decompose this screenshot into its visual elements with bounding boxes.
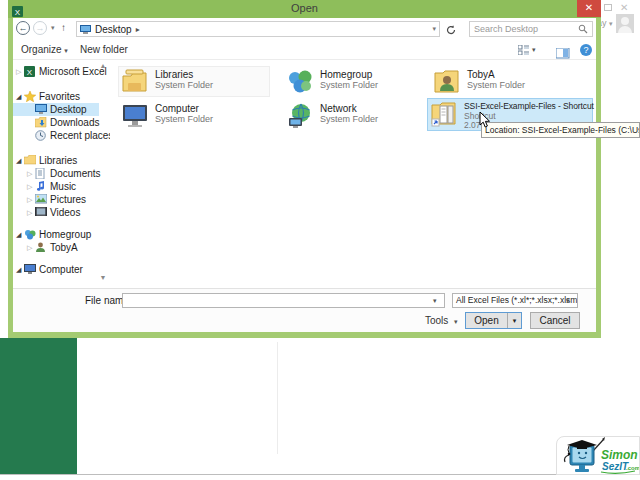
open-split-caret-icon[interactable]: ▾ <box>507 313 521 328</box>
video-icon <box>35 207 47 218</box>
sidebar-item-microsoft-excel[interactable]: ▷ X Microsoft Excel <box>13 65 99 78</box>
new-folder-button[interactable]: New folder <box>80 44 128 55</box>
sidebar-item-recent-places[interactable]: Recent places <box>13 129 99 142</box>
expander-expanded-icon[interactable]: ◢ <box>16 157 24 165</box>
backstage-sidebar-panel <box>0 338 77 474</box>
expander-expanded-icon[interactable]: ◢ <box>16 93 24 101</box>
file-name-dropdown-icon[interactable]: ▾ <box>433 297 437 305</box>
close-icon[interactable]: ✕ <box>620 4 628 11</box>
screen: { "window": { "title": "Open" }, "backgr… <box>0 0 640 480</box>
expander-collapsed-icon[interactable]: ▷ <box>16 68 24 76</box>
star-icon <box>24 91 36 102</box>
scroll-down-icon[interactable]: ▼ <box>98 274 108 281</box>
expander-expanded-icon[interactable]: ◢ <box>16 231 24 239</box>
breadcrumb-chevron-icon[interactable]: ▸ <box>136 25 140 34</box>
sidebar-item-label: Documents <box>50 168 101 179</box>
file-item-tobya[interactable]: TobyA System Folder <box>430 66 582 97</box>
sidebar-item-favorites[interactable]: ◢ Favorites <box>13 90 99 103</box>
folder-icon <box>24 155 36 166</box>
sidebar-item-music[interactable]: ▷ Music <box>13 180 99 193</box>
picture-icon <box>35 194 47 205</box>
search-input[interactable]: Search Desktop <box>469 21 593 37</box>
file-type: System Folder <box>155 80 213 90</box>
file-type: System Folder <box>320 80 378 90</box>
tools-caret-icon: ▾ <box>454 318 458 325</box>
file-type-dropdown-icon[interactable]: ▾ <box>566 297 570 305</box>
computer-large-icon <box>122 103 149 129</box>
sidebar-item-documents[interactable]: ▷ Documents <box>13 167 99 180</box>
forward-button[interactable]: → <box>33 21 47 35</box>
sidebar-item-label: Videos <box>50 207 80 218</box>
organize-caret-icon: ▾ <box>64 47 68 54</box>
scroll-up-icon[interactable]: ▲ <box>98 62 108 69</box>
up-button[interactable]: ↑ <box>61 22 66 33</box>
sidebar-item-downloads[interactable]: Downloads <box>13 116 99 129</box>
refresh-button[interactable] <box>445 22 461 36</box>
tools-button[interactable]: Tools ▾ <box>425 315 457 326</box>
open-button-label[interactable]: Open <box>466 313 507 328</box>
expander-collapsed-icon[interactable]: ▷ <box>27 196 35 204</box>
open-button[interactable]: Open ▾ <box>465 312 522 329</box>
change-view-button[interactable]: ▾ <box>518 45 536 55</box>
expander-expanded-icon[interactable]: ◢ <box>16 266 24 274</box>
document-icon <box>35 168 47 179</box>
sidebar-item-label: Libraries <box>39 155 77 166</box>
dialog-footer: File name: ▾ All Excel Files (*.xl*;*.xl… <box>13 288 596 332</box>
sidebar-item-label: Downloads <box>50 117 99 128</box>
file-item-libraries[interactable]: Libraries System Folder <box>118 66 270 97</box>
monitor-icon <box>35 104 47 115</box>
restore-icon[interactable] <box>604 4 612 11</box>
homegroup-large-icon <box>287 69 314 95</box>
history-caret-icon[interactable]: ▾ <box>51 24 55 32</box>
address-dropdown-icon[interactable]: ▾ <box>432 25 436 33</box>
sidebar-tree: ▷ X Microsoft Excel ◢ Favorites Desktop <box>13 65 99 276</box>
sidebar-item-label: TobyA <box>50 242 78 253</box>
sidebar-item-computer[interactable]: ◢ Computer <box>13 263 99 276</box>
network-large-icon <box>287 103 314 129</box>
organize-button[interactable]: Organize ▾ <box>21 44 68 55</box>
file-name-input[interactable] <box>122 293 445 308</box>
dialog-titlebar[interactable]: X Open ✕ <box>8 0 601 18</box>
address-bar[interactable]: Desktop ▸ ▾ <box>76 21 440 37</box>
homegroup-icon <box>24 229 36 240</box>
recent-icon <box>35 130 47 141</box>
sidebar-item-libraries[interactable]: ◢ Libraries <box>13 154 99 167</box>
sidebar-item-label: Homegroup <box>39 229 91 240</box>
expander-collapsed-icon[interactable]: ▷ <box>27 170 35 178</box>
sidebar-item-label: Desktop <box>50 104 87 115</box>
search-icon <box>578 24 588 34</box>
music-icon <box>35 181 47 192</box>
file-name: TobyA <box>467 69 525 80</box>
dialog-close-button[interactable]: ✕ <box>577 0 601 17</box>
breadcrumb-desktop[interactable]: Desktop <box>95 24 132 35</box>
cancel-button[interactable]: Cancel <box>530 312 580 329</box>
expander-collapsed-icon[interactable]: ▷ <box>27 244 35 252</box>
views-caret-icon: ▾ <box>532 46 536 54</box>
sidebar-item-homegroup[interactable]: ◢ Homegroup <box>13 228 99 241</box>
file-name: Network <box>320 103 378 114</box>
file-item-computer[interactable]: Computer System Folder <box>118 100 270 131</box>
sidebar-scrollbar[interactable]: ▲ ▼ <box>98 61 108 287</box>
file-item-network[interactable]: Network System Folder <box>283 100 435 131</box>
file-item-homegroup[interactable]: Homegroup System Folder <box>283 66 435 97</box>
sidebar-item-label: Computer <box>39 264 83 275</box>
expander-collapsed-icon[interactable]: ▷ <box>27 183 35 191</box>
file-type: System Folder <box>467 80 525 90</box>
back-button[interactable]: ← <box>16 21 30 35</box>
file-list: Libraries System Folder Computer System … <box>113 61 596 287</box>
excel-icon: X <box>24 66 36 77</box>
sidebar-item-videos[interactable]: ▷ Videos <box>13 206 99 219</box>
sidebar-item-pictures[interactable]: ▷ Pictures <box>13 193 99 206</box>
search-placeholder: Search Desktop <box>474 24 578 34</box>
sidebar-item-desktop[interactable]: Desktop <box>13 103 99 116</box>
help-button[interactable]: ? <box>580 44 592 56</box>
dialog-body: ← → ▾ ↑ Desktop ▸ ▾ Search Desktop Organ… <box>13 18 596 332</box>
desktop-icon <box>80 25 91 34</box>
svg-text:.com: .com <box>626 465 639 471</box>
dialog-toolbar: Organize ▾ New folder ▾ ? <box>13 42 596 60</box>
navigation-bar: ← → ▾ ↑ Desktop ▸ ▾ Search Desktop <box>13 18 596 40</box>
sidebar-item-tobya[interactable]: ▷ TobyA <box>13 241 99 254</box>
sidebar-item-label: Favorites <box>39 91 80 102</box>
expander-collapsed-icon[interactable]: ▷ <box>27 209 35 217</box>
file-type-select[interactable]: All Excel Files (*.xl*;*.xlsx;*.xlsm; <box>452 293 578 308</box>
